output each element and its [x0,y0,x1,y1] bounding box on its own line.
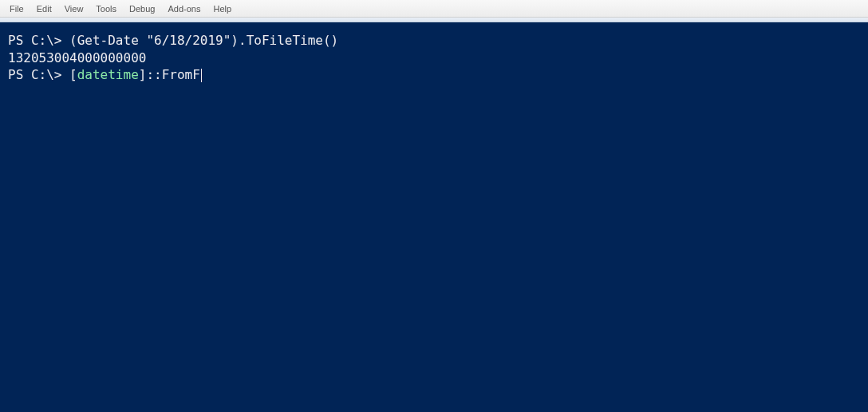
terminal-text-segment: 132053004000000000 [8,50,146,65]
terminal-line: PS C:\> (Get-Date "6/18/2019").ToFileTim… [8,32,860,50]
menu-item-edit[interactable]: Edit [30,2,58,15]
text-cursor [201,69,202,83]
terminal-line: 132053004000000000 [8,50,860,67]
terminal-text-segment: datetime [77,67,139,82]
terminal-text-segment: ]::FromF [139,67,200,82]
powershell-console[interactable]: PS C:\> (Get-Date "6/18/2019").ToFileTim… [0,22,868,412]
terminal-text-segment: (Get-Date [69,33,146,48]
menu-item-file[interactable]: File [3,2,30,15]
terminal-text-segment: PS C:\> [8,67,69,82]
menu-item-help[interactable]: Help [207,2,238,15]
menu-bar: File Edit View Tools Debug Add-ons Help [0,0,868,18]
terminal-text-segment: PS C:\> [8,33,69,48]
menu-item-tools[interactable]: Tools [89,2,123,15]
terminal-line: PS C:\> [datetime]::FromF [8,66,860,84]
menu-item-view[interactable]: View [58,2,90,15]
terminal-text-segment: "6/18/2019" [146,33,231,48]
menu-item-addons[interactable]: Add-ons [161,2,207,15]
terminal-text-segment: [ [69,67,77,82]
terminal-text-segment: ).ToFileTime() [231,33,338,48]
menu-item-debug[interactable]: Debug [123,2,161,15]
